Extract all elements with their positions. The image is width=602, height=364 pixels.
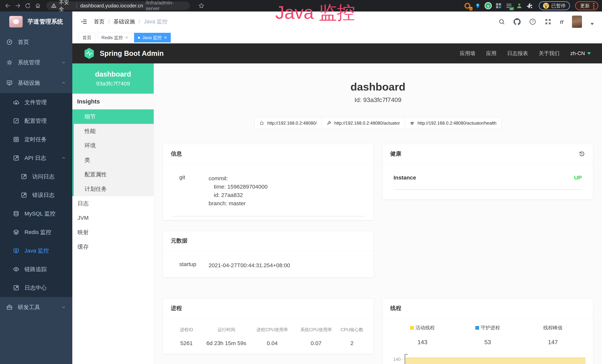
gear-icon (6, 59, 13, 66)
sidebar-item-dev-tools[interactable]: 研发工具 (0, 297, 72, 317)
metadata-key: startup (172, 261, 209, 269)
browser-update-button[interactable]: 更新 (575, 1, 598, 10)
sba-item-scheduled-tasks[interactable]: 计划任务 (74, 182, 154, 196)
sba-nav-applications[interactable]: 应用 (486, 50, 496, 57)
sba-header: Spring Boot Admin 应用墙 应用 日志报表 关于我们 zh-CN (72, 43, 602, 64)
sba-item-config-props[interactable]: 配置属性 (74, 167, 154, 182)
sidebar-item-infra[interactable]: 基础设施 (0, 73, 72, 93)
service-url-button[interactable]: http://192.168.0.2:48080/ (254, 117, 322, 129)
back-icon[interactable] (4, 2, 12, 10)
sidebar-item-redis-monitor[interactable]: Redis 监控 (0, 223, 72, 241)
sba-nav-journal[interactable]: 日志报表 (507, 50, 528, 57)
forward-icon[interactable] (14, 2, 22, 10)
extensions-puzzle-icon[interactable] (526, 1, 534, 10)
health-card: 健康 Instance UP (382, 144, 593, 200)
paused-profile-pill[interactable]: 已暂停 (539, 1, 570, 10)
user-avatar[interactable] (572, 16, 582, 28)
sidebar-item-home[interactable]: 首页 (0, 32, 72, 52)
schedule-clock-icon (13, 136, 19, 143)
sba-item-mappings[interactable]: 映射 (72, 225, 154, 240)
cards-left-column: 信息 git commit: time: 1596289704000 id: 2… (163, 144, 374, 364)
fullscreen-icon[interactable] (545, 18, 551, 25)
actuator-url-button[interactable]: http://192.168.0.2:48080/actuator (322, 117, 405, 129)
chevron-down-icon (61, 60, 66, 65)
extension-badge-on: on (509, 7, 514, 11)
sba-locale-select[interactable]: zh-CN (570, 50, 591, 56)
security-label[interactable]: 不安全 (59, 0, 73, 12)
browser-menu-kebab-icon[interactable] (593, 3, 594, 9)
tab-redis-monitor[interactable]: Redis 监控 (97, 33, 132, 43)
metadata-value: 2021-04-27T00:44:31.254+08:00 (209, 261, 365, 269)
sidebar-item-file-mgmt[interactable]: 文件管理 (0, 93, 72, 112)
extension-list-icon[interactable]: on (505, 1, 513, 10)
card-title: 线程 (390, 304, 401, 312)
extension-sidebar-icon[interactable]: 1 (463, 1, 472, 10)
metadata-card: 元数据 startup 2021-04-27T00:44:31.254+08:0… (163, 231, 374, 278)
sidebar-item-access-log[interactable]: 访问日志 (0, 167, 72, 186)
extension-pin-icon[interactable] (473, 1, 482, 10)
sidebar-fold-icon[interactable] (80, 18, 87, 25)
sba-item-logs[interactable]: 日志 (72, 196, 154, 211)
app-logo[interactable]: 芋道管理系统 (0, 11, 72, 32)
avatar-caret-icon[interactable] (591, 23, 594, 25)
sba-item-environment[interactable]: 环境 (74, 138, 154, 153)
sidebar-item-config-mgmt[interactable]: 配置管理 (0, 112, 72, 130)
ytick-140: 140 (393, 357, 400, 362)
sidebar-item-error-log[interactable]: 错误日志 (0, 186, 72, 204)
sidebar-item-system[interactable]: 系统管理 (0, 52, 72, 73)
cards-grid: 信息 git commit: time: 1596289704000 id: 2… (154, 129, 602, 364)
sba-item-details[interactable]: 细节 (74, 109, 154, 124)
url-path[interactable]: /infra/admin-server (146, 0, 185, 11)
github-icon[interactable] (514, 18, 521, 25)
home-icon[interactable] (34, 2, 42, 10)
help-icon[interactable]: ? (529, 18, 536, 25)
sidebar-item-scheduled-jobs[interactable]: 定时任务 (0, 130, 72, 149)
instance-id: 93a3fc7f7409 (96, 80, 130, 87)
font-size-icon[interactable]: tT (560, 18, 563, 25)
cards-right-column: 健康 Instance UP (382, 144, 593, 364)
not-secure-warning-icon[interactable] (51, 3, 56, 8)
extension-person-icon[interactable] (515, 1, 524, 10)
sba-item-metrics[interactable]: 性能 (74, 124, 154, 138)
sba-item-jvm[interactable]: JVM (72, 211, 154, 225)
url-host[interactable]: dashboard.yudao.iocoder.cn (80, 3, 143, 9)
process-col-uptime: 运行时间 6d 23h 15m 59s (204, 327, 248, 346)
sba-nav-wallboard[interactable]: 应用墙 (460, 50, 475, 57)
tab-home[interactable]: 首页 (79, 33, 95, 43)
breadcrumb-infra[interactable]: 基础设施 (113, 18, 135, 25)
card-title: 健康 (390, 150, 401, 158)
close-icon[interactable] (125, 35, 128, 40)
cloud-upload-icon (13, 99, 19, 106)
sba-nav-about[interactable]: 关于我们 (539, 50, 559, 57)
metadata-startup-row: startup 2021-04-27T00:44:31.254+08:00 (172, 261, 365, 278)
address-bar[interactable]: 不安全 dashboard.yudao.iocoder.cn/infra/adm… (46, 1, 190, 10)
log-edit-icon (21, 192, 27, 198)
stat-peak-threads: 线程峰值 147 (520, 324, 585, 346)
health-url-button[interactable]: http://192.168.0.2:48080/actuator/health (405, 117, 502, 129)
health-instance-label: Instance (394, 174, 416, 181)
extension-green-circle-icon[interactable]: v (484, 1, 493, 10)
sidebar-item-api-log[interactable]: API 日志 (0, 149, 72, 167)
sba-item-classes[interactable]: 类 (74, 153, 154, 167)
sidebar-item-mysql-monitor[interactable]: MySQL 监控 (0, 204, 72, 223)
address-separator (76, 3, 77, 8)
stat-live-threads: 活动线程 143 (390, 324, 455, 346)
eye-icon (13, 266, 19, 272)
breadcrumb-separator: / (108, 19, 110, 25)
history-icon[interactable] (579, 150, 585, 157)
close-icon[interactable] (164, 35, 167, 40)
sba-item-caches[interactable]: 缓存 (72, 240, 154, 254)
edit-square-icon (13, 118, 19, 124)
extension-grid-icon[interactable] (494, 1, 503, 10)
tab-java-monitor[interactable]: Java 监控 (134, 33, 171, 43)
sba-brand[interactable]: Spring Boot Admin (84, 47, 164, 59)
sidebar-item-java-monitor[interactable]: Java 监控 (0, 241, 72, 260)
search-icon[interactable] (498, 18, 505, 25)
reload-icon[interactable] (24, 2, 32, 10)
sidebar-item-log-center[interactable]: 日志中心 (0, 278, 72, 297)
breadcrumb-home[interactable]: 首页 (94, 18, 105, 25)
bookmark-star-icon[interactable] (197, 1, 206, 10)
sidebar-item-tracing[interactable]: 链路追踪 (0, 260, 72, 278)
instance-header[interactable]: dashboard 93a3fc7f7409 (72, 64, 154, 94)
sidebar: 芋道管理系统 首页 系统管理 基础设施 (0, 11, 72, 364)
